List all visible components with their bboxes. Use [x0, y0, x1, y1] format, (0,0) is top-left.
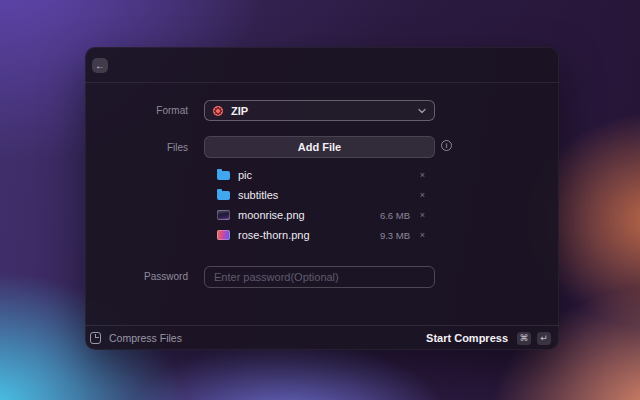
- remove-file-icon[interactable]: ×: [418, 170, 427, 180]
- cmd-key-icon: ⌘: [517, 332, 531, 345]
- start-compress-button[interactable]: Start Compress: [426, 332, 508, 344]
- footer-actions: Start Compress ⌘ ↵: [426, 332, 551, 345]
- file-row-pic[interactable]: pic ×: [217, 165, 427, 185]
- files-label: Files: [85, 142, 188, 153]
- add-file-button[interactable]: Add File: [204, 136, 435, 158]
- enter-key-icon: ↵: [537, 332, 551, 345]
- zip-format-icon: [213, 106, 223, 116]
- file-size: 6.6 MB: [380, 210, 410, 221]
- password-input[interactable]: [204, 266, 435, 288]
- window-header: ←: [85, 47, 559, 83]
- info-icon[interactable]: i: [441, 140, 452, 151]
- back-arrow-icon: ←: [95, 61, 105, 71]
- folder-icon: [217, 171, 230, 180]
- file-row-moonrise[interactable]: moonrise.png 6.6 MB ×: [217, 205, 427, 225]
- chevron-down-icon: [418, 108, 426, 114]
- remove-file-icon[interactable]: ×: [418, 230, 427, 240]
- footer-bar: Compress Files Start Compress ⌘ ↵: [85, 325, 559, 350]
- compress-files-window: ← Format ZIP Files Add File i pic × subt…: [85, 47, 559, 350]
- back-button[interactable]: ←: [92, 58, 108, 73]
- desktop-background: { "header": { "back_icon": "←" }, "form"…: [0, 0, 640, 400]
- format-label: Format: [85, 105, 188, 116]
- file-name: pic: [238, 169, 252, 181]
- image-thumbnail-icon: [217, 230, 230, 240]
- footer-app-name: Compress Files: [109, 332, 182, 344]
- file-row-rose-thorn[interactable]: rose-thorn.png 9.3 MB ×: [217, 225, 427, 245]
- add-file-button-label: Add File: [298, 141, 341, 153]
- image-thumbnail-icon: [217, 210, 230, 220]
- file-name: moonrise.png: [238, 209, 305, 221]
- remove-file-icon[interactable]: ×: [418, 190, 427, 200]
- remove-file-icon[interactable]: ×: [418, 210, 427, 220]
- format-selected-value: ZIP: [231, 105, 248, 117]
- file-size: 9.3 MB: [380, 230, 410, 241]
- file-name: rose-thorn.png: [238, 229, 310, 241]
- compress-extension-icon: [90, 332, 101, 344]
- file-name: subtitles: [238, 189, 278, 201]
- file-row-subtitles[interactable]: subtitles ×: [217, 185, 427, 205]
- file-list: pic × subtitles × moonrise.png 6.6 MB × …: [217, 165, 427, 245]
- password-label: Password: [85, 271, 188, 282]
- folder-icon: [217, 191, 230, 200]
- format-dropdown[interactable]: ZIP: [204, 100, 435, 121]
